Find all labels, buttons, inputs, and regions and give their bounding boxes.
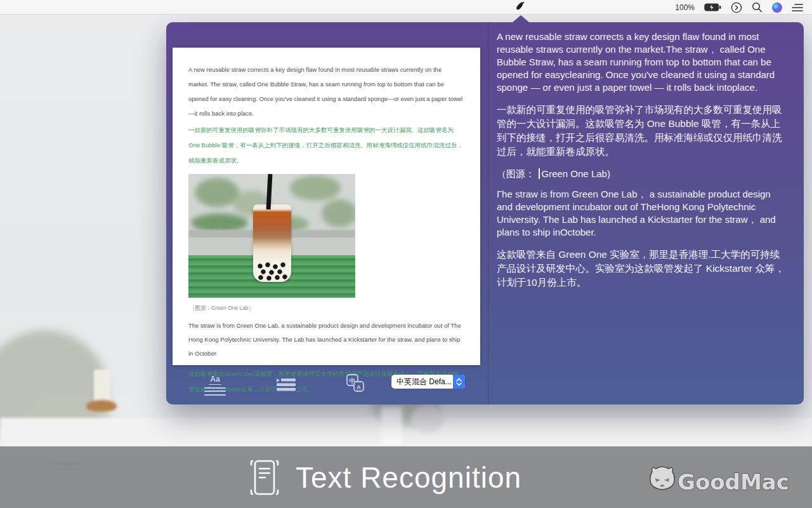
caption-prefix: （图源： — [497, 168, 535, 179]
recognized-caption-line: （图源：Green One Lab) — [497, 168, 786, 180]
recognized-paragraph-zh-1: 一款新的可重复使用的吸管弥补了市场现有的大多数可重复使用吸管的一大设计漏洞。这款… — [497, 103, 786, 159]
menu-list-icon[interactable] — [792, 3, 803, 12]
preview-paragraph-zh-1: 一款新的可重复使用的吸管弥补了市场现有的大多数可重复使用吸管的一大设计漏洞。这款… — [188, 123, 463, 168]
language-select-value: 中英混合 Defa... — [391, 377, 453, 387]
svg-text:A: A — [357, 384, 361, 391]
search-icon[interactable] — [752, 2, 763, 13]
document-scan-icon — [246, 457, 283, 498]
feature-banner: Text Recognition GoodMac — [0, 446, 812, 508]
paragraph-list-button[interactable] — [275, 376, 297, 392]
text-recognition-popover: A new reusable straw corrects a key desi… — [166, 22, 804, 404]
vase-blur — [381, 406, 402, 446]
preview-paragraph-en-2: The straw is from Green One Lab, a susta… — [188, 319, 463, 361]
candle-blur — [94, 370, 110, 404]
tapioca-pearls — [256, 262, 289, 281]
recognized-paragraph-zh-2: 这款吸管来自 Green One 实验室，那里是香港理.工大学的可持续产品设计及… — [497, 248, 786, 290]
translate-button[interactable]: 中 A — [346, 373, 365, 392]
battery-percent: 100% — [675, 3, 695, 12]
siri-icon[interactable] — [772, 3, 782, 13]
recognized-text-pane[interactable]: A new reusable straw corrects a key desi… — [489, 22, 804, 404]
vine-leaves — [322, 199, 355, 227]
document-page: A new reusable straw corrects a key desi… — [173, 48, 480, 365]
bubble-tea-cup — [253, 204, 291, 282]
recognized-paragraph-en-1: A new reusable straw corrects a key desi… — [497, 30, 786, 94]
document-preview-pane: A new reusable straw corrects a key desi… — [166, 22, 488, 404]
ink-bird-icon[interactable] — [514, 1, 527, 13]
text-cursor — [539, 168, 540, 179]
bubble-tea-photo — [188, 174, 355, 298]
font-size-icon: Aa — [209, 375, 221, 385]
bowl-blur — [411, 405, 444, 433]
candle-base-blur — [86, 400, 117, 411]
caption-suffix: Green One Lab) — [542, 168, 610, 179]
goodmac-logo: GoodMac — [647, 463, 806, 498]
vine-leaves — [290, 175, 341, 201]
preview-paragraph-en-1: A new reusable straw corrects a key desi… — [188, 62, 463, 121]
select-stepper-icon[interactable] — [453, 375, 465, 389]
language-select[interactable]: 中英混合 Defa... — [391, 375, 465, 389]
battery-charging-icon[interactable] — [704, 3, 721, 11]
menu-bar: 100% — [0, 0, 812, 15]
popover-toolbar: Aa 中 A 中英混合 Defa... — [166, 365, 488, 404]
preview-photo-caption: （图源：Green One Lab） — [190, 305, 463, 312]
popover-arrow — [513, 15, 529, 22]
banner-title: Text Recognition — [296, 460, 521, 495]
recent-circle-icon[interactable] — [731, 2, 742, 13]
font-size-button[interactable]: Aa — [204, 373, 226, 396]
goodmac-wordmark: GoodMac — [678, 469, 789, 495]
recognized-paragraph-en-2: Гhe straw is from Green One Lab， a susta… — [497, 188, 786, 239]
